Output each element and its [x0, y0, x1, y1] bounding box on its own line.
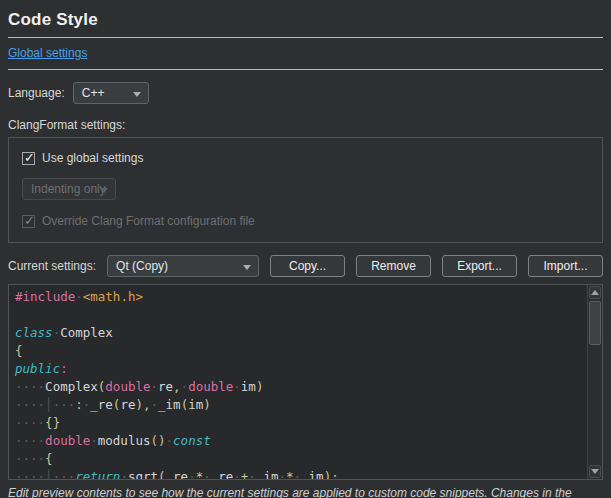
checkbox-check-icon: [22, 215, 35, 228]
code-line: ····double·modulus()·const: [15, 432, 587, 450]
code-line: ····{: [15, 450, 587, 468]
code-line: ····│···return·sqrt(_re·*·_re·+·_im·*·_i…: [15, 468, 587, 479]
global-settings-link[interactable]: Global settings: [8, 46, 87, 60]
current-settings-combobox[interactable]: Qt (Copy): [107, 255, 259, 277]
clangformat-settings-group: Use global settings Indenting only Overr…: [8, 137, 603, 243]
title-separator: [8, 37, 603, 38]
arrow-up-icon: [591, 290, 599, 295]
preview-hint-text: Edit preview contents to see how the cur…: [8, 485, 600, 498]
use-global-settings-label: Use global settings: [42, 151, 143, 165]
code-style-settings-page: Code Style Global settings Language: C++…: [0, 0, 611, 498]
chevron-down-icon: [243, 265, 251, 270]
override-clangformat-checkbox[interactable]: Override Clang Format configuration file: [22, 214, 589, 228]
checkbox-check-icon: [22, 152, 35, 165]
code-line: [15, 306, 587, 324]
page-title: Code Style: [8, 10, 603, 30]
current-settings-row: Current settings: Qt (Copy) Copy... Remo…: [8, 255, 603, 277]
current-settings-label: Current settings:: [8, 259, 96, 273]
clangformat-mode-combobox[interactable]: Indenting only: [22, 178, 116, 200]
code-line: {: [15, 342, 587, 360]
chevron-down-icon: [133, 92, 141, 97]
use-global-settings-checkbox[interactable]: Use global settings: [22, 151, 589, 165]
code-line: #include·<math.h>: [15, 288, 587, 306]
code-line: class·Complex: [15, 324, 587, 342]
current-settings-value: Qt (Copy): [116, 259, 168, 273]
clangformat-mode-value: Indenting only: [31, 182, 106, 196]
code-editor-content[interactable]: #include·<math.h> class·Complex{public:·…: [9, 285, 587, 479]
code-preview-editor: #include·<math.h> class·Complex{public:·…: [8, 284, 603, 480]
chevron-down-icon: [100, 188, 108, 193]
scroll-up-button[interactable]: [589, 286, 601, 299]
language-label: Language:: [8, 86, 65, 100]
copy-button[interactable]: Copy...: [270, 255, 345, 277]
code-line: ····{}: [15, 414, 587, 432]
scrollbar-thumb[interactable]: [589, 301, 601, 345]
code-line: public:: [15, 360, 587, 378]
language-row: Language: C++: [8, 82, 603, 104]
code-line: ····Complex(double·re,·double·im): [15, 378, 587, 396]
scroll-down-button[interactable]: [589, 465, 601, 478]
export-button[interactable]: Export...: [442, 255, 517, 277]
override-clangformat-label: Override Clang Format configuration file: [42, 214, 255, 228]
language-combobox[interactable]: C++: [73, 82, 149, 104]
editor-vertical-scrollbar[interactable]: [587, 285, 602, 479]
arrow-down-icon: [591, 469, 599, 474]
language-combobox-value: C++: [82, 86, 105, 100]
link-separator: [8, 69, 603, 70]
code-line: ····│···:·_re(re),·_im(im): [15, 396, 587, 414]
remove-button[interactable]: Remove: [356, 255, 431, 277]
import-button[interactable]: Import...: [528, 255, 603, 277]
clangformat-settings-label: ClangFormat settings:: [8, 118, 603, 132]
